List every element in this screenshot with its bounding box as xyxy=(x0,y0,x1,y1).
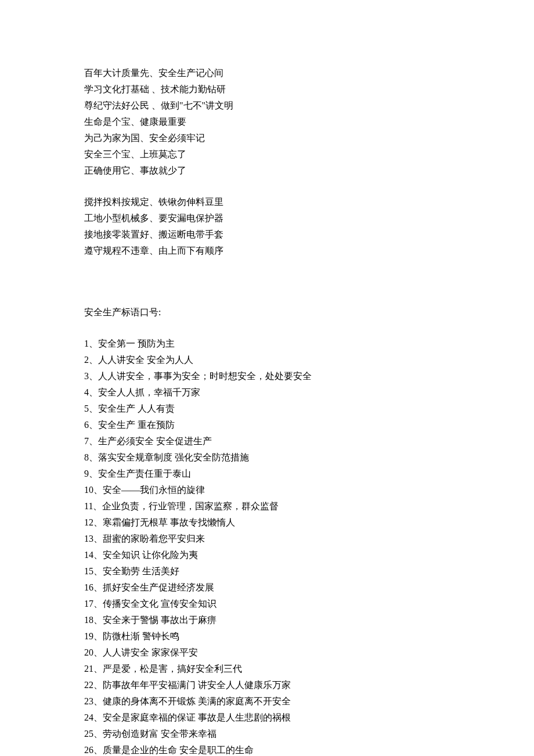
slogan-item: 12、寒霜偏打无根草 事故专找懒惰人 xyxy=(84,514,450,531)
slogan-item: 21、严是爱，松是害，搞好安全利三代 xyxy=(84,661,450,677)
slogan-item: 25、劳动创造财富 安全带来幸福 xyxy=(84,726,450,742)
slogan-item: 9、安全生产责任重于泰山 xyxy=(84,466,450,482)
text-line: 搅拌投料按规定、铁锹勿伸料豆里 xyxy=(84,194,450,210)
slogan-item: 14、安全知识 让你化险为夷 xyxy=(84,547,450,563)
slogan-item: 15、安全勤劳 生活美好 xyxy=(84,563,450,579)
section-2: 搅拌投料按规定、铁锹勿伸料豆里 工地小型机械多、要安漏电保护器 接地接零装置好、… xyxy=(84,194,450,259)
headline: 安全生产标语口号: xyxy=(84,304,450,321)
slogan-item: 11、企业负责，行业管理，国家监察，群众监督 xyxy=(84,498,450,514)
slogan-item: 2、人人讲安全 安全为人人 xyxy=(84,352,450,368)
text-line: 尊纪守法好公民 、做到"七不"讲文明 xyxy=(84,98,450,114)
text-line: 生命是个宝、健康最重要 xyxy=(84,114,450,130)
text-line: 正确使用它、事故就少了 xyxy=(84,163,450,179)
text-line: 安全三个宝、上班莫忘了 xyxy=(84,146,450,163)
slogan-item: 13、甜蜜的家盼着您平安归来 xyxy=(84,531,450,547)
slogan-item: 19、防微杜渐 警钟长鸣 xyxy=(84,628,450,645)
slogan-item: 1、安全第一 预防为主 xyxy=(84,336,450,352)
slogan-item: 22、防事故年年平安福满门 讲安全人人健康乐万家 xyxy=(84,677,450,693)
text-line: 百年大计质量先、安全生产记心间 xyxy=(84,65,450,81)
text-line: 学习文化打基础 、技术能力勤钻研 xyxy=(84,81,450,98)
text-line: 接地接零装置好、搬运断电带手套 xyxy=(84,226,450,243)
slogan-item: 4、安全人人抓，幸福千万家 xyxy=(84,384,450,401)
headline-text: 安全生产标语口号: xyxy=(84,304,450,321)
slogan-item: 16、抓好安全生产促进经济发展 xyxy=(84,579,450,596)
slogan-item: 26、质量是企业的生命 安全是职工的生命 xyxy=(84,742,450,756)
slogan-list: 1、安全第一 预防为主 2、人人讲安全 安全为人人 3、人人讲安全，事事为安全；… xyxy=(84,336,450,756)
slogan-item: 5、安全生产 人人有责 xyxy=(84,401,450,417)
text-line: 工地小型机械多、要安漏电保护器 xyxy=(84,210,450,226)
slogan-item: 24、安全是家庭幸福的保证 事故是人生悲剧的祸根 xyxy=(84,710,450,726)
slogan-item: 10、安全——我们永恒的旋律 xyxy=(84,482,450,498)
slogan-item: 20、人人讲安全 家家保平安 xyxy=(84,645,450,661)
section-1: 百年大计质量先、安全生产记心间 学习文化打基础 、技术能力勤钻研 尊纪守法好公民… xyxy=(84,65,450,179)
slogan-item: 7、生产必须安全 安全促进生产 xyxy=(84,433,450,449)
slogan-item: 18、安全来于警惕 事故出于麻痹 xyxy=(84,612,450,628)
slogan-item: 3、人人讲安全，事事为安全；时时想安全，处处要安全 xyxy=(84,368,450,384)
slogan-item: 23、健康的身体离不开锻炼 美满的家庭离不开安全 xyxy=(84,693,450,710)
text-line: 遵守规程不违章、由上而下有顺序 xyxy=(84,243,450,259)
slogan-item: 6、安全生产 重在预防 xyxy=(84,417,450,433)
document-page: 百年大计质量先、安全生产记心间 学习文化打基础 、技术能力勤钻研 尊纪守法好公民… xyxy=(0,0,534,756)
slogan-item: 8、落实安全规章制度 强化安全防范措施 xyxy=(84,449,450,466)
text-line: 为己为家为国、安全必须牢记 xyxy=(84,130,450,146)
slogan-item: 17、传播安全文化 宣传安全知识 xyxy=(84,596,450,612)
